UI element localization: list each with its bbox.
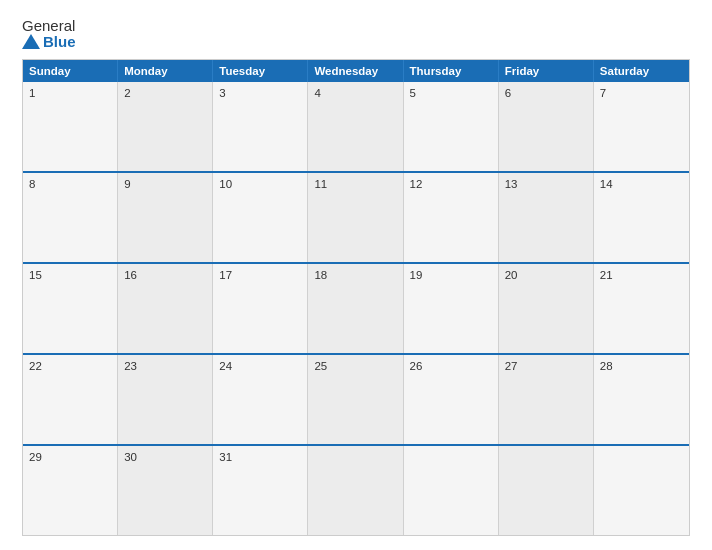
day-number: 1 <box>29 87 35 99</box>
calendar-cell-week1-day4: 4 <box>308 82 403 171</box>
day-number: 2 <box>124 87 130 99</box>
day-number: 25 <box>314 360 327 372</box>
day-number: 6 <box>505 87 511 99</box>
calendar-cell-week5-day3: 31 <box>213 446 308 535</box>
day-number: 10 <box>219 178 232 190</box>
calendar-cell-week2-day5: 12 <box>404 173 499 262</box>
day-number: 7 <box>600 87 606 99</box>
calendar-cell-week3-day2: 16 <box>118 264 213 353</box>
day-number: 19 <box>410 269 423 281</box>
day-number: 28 <box>600 360 613 372</box>
calendar-header-cell-sunday: Sunday <box>23 60 118 82</box>
day-number: 11 <box>314 178 327 190</box>
calendar-week-3: 15161718192021 <box>23 262 689 353</box>
day-number: 13 <box>505 178 518 190</box>
calendar-cell-week2-day6: 13 <box>499 173 594 262</box>
day-number: 24 <box>219 360 232 372</box>
calendar-header-cell-saturday: Saturday <box>594 60 689 82</box>
calendar-cell-week3-day6: 20 <box>499 264 594 353</box>
day-number: 30 <box>124 451 137 463</box>
day-number: 20 <box>505 269 518 281</box>
day-number: 29 <box>29 451 42 463</box>
calendar-week-1: 1234567 <box>23 82 689 171</box>
day-number: 31 <box>219 451 232 463</box>
logo-row: Blue <box>22 33 76 49</box>
calendar-cell-week2-day3: 10 <box>213 173 308 262</box>
calendar-cell-week4-day1: 22 <box>23 355 118 444</box>
calendar-cell-week4-day6: 27 <box>499 355 594 444</box>
calendar-cell-week5-day2: 30 <box>118 446 213 535</box>
day-number: 9 <box>124 178 130 190</box>
calendar-cell-week3-day5: 19 <box>404 264 499 353</box>
page-header: General Blue <box>22 18 690 49</box>
calendar-cell-week1-day6: 6 <box>499 82 594 171</box>
day-number: 21 <box>600 269 613 281</box>
calendar-cell-week2-day2: 9 <box>118 173 213 262</box>
calendar-cell-week5-day4 <box>308 446 403 535</box>
calendar-header-cell-thursday: Thursday <box>404 60 499 82</box>
day-number: 22 <box>29 360 42 372</box>
day-number: 23 <box>124 360 137 372</box>
calendar-week-2: 891011121314 <box>23 171 689 262</box>
calendar-header-cell-monday: Monday <box>118 60 213 82</box>
calendar-cell-week1-day5: 5 <box>404 82 499 171</box>
calendar-cell-week4-day7: 28 <box>594 355 689 444</box>
logo-blue-text: Blue <box>43 34 76 49</box>
calendar-cell-week2-day7: 14 <box>594 173 689 262</box>
calendar-cell-week5-day7 <box>594 446 689 535</box>
day-number: 4 <box>314 87 320 99</box>
calendar-header-cell-friday: Friday <box>499 60 594 82</box>
day-number: 3 <box>219 87 225 99</box>
day-number: 15 <box>29 269 42 281</box>
calendar-cell-week4-day2: 23 <box>118 355 213 444</box>
calendar-header-cell-tuesday: Tuesday <box>213 60 308 82</box>
calendar-cell-week1-day1: 1 <box>23 82 118 171</box>
calendar-cell-week2-day4: 11 <box>308 173 403 262</box>
calendar-cell-week2-day1: 8 <box>23 173 118 262</box>
calendar-cell-week5-day6 <box>499 446 594 535</box>
day-number: 14 <box>600 178 613 190</box>
calendar-cell-week4-day5: 26 <box>404 355 499 444</box>
day-number: 16 <box>124 269 137 281</box>
calendar-cell-week3-day3: 17 <box>213 264 308 353</box>
calendar-cell-week4-day4: 25 <box>308 355 403 444</box>
day-number: 12 <box>410 178 423 190</box>
calendar-week-4: 22232425262728 <box>23 353 689 444</box>
calendar-cell-week3-day1: 15 <box>23 264 118 353</box>
day-number: 8 <box>29 178 35 190</box>
calendar-cell-week5-day5 <box>404 446 499 535</box>
day-number: 26 <box>410 360 423 372</box>
calendar-cell-week1-day2: 2 <box>118 82 213 171</box>
calendar-cell-week1-day7: 7 <box>594 82 689 171</box>
calendar-cell-week3-day4: 18 <box>308 264 403 353</box>
calendar-cell-week4-day3: 24 <box>213 355 308 444</box>
day-number: 27 <box>505 360 518 372</box>
logo: General Blue <box>22 18 76 49</box>
day-number: 18 <box>314 269 327 281</box>
calendar-cell-week1-day3: 3 <box>213 82 308 171</box>
calendar-header-cell-wednesday: Wednesday <box>308 60 403 82</box>
logo-general-text: General <box>22 18 76 33</box>
day-number: 5 <box>410 87 416 99</box>
logo-triangle-icon <box>22 34 40 49</box>
calendar-grid: SundayMondayTuesdayWednesdayThursdayFrid… <box>22 59 690 536</box>
calendar-page: General Blue SundayMondayTuesdayWednesda… <box>0 0 712 550</box>
calendar-cell-week5-day1: 29 <box>23 446 118 535</box>
calendar-header-row: SundayMondayTuesdayWednesdayThursdayFrid… <box>23 60 689 82</box>
calendar-body: 1234567891011121314151617181920212223242… <box>23 82 689 535</box>
calendar-cell-week3-day7: 21 <box>594 264 689 353</box>
calendar-week-5: 293031 <box>23 444 689 535</box>
day-number: 17 <box>219 269 232 281</box>
